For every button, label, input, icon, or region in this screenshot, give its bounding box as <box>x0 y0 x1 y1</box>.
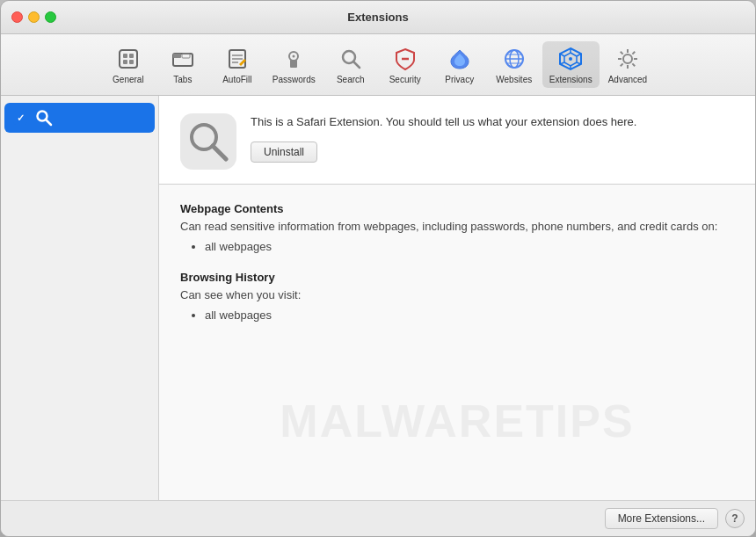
toolbar-general-label: General <box>113 75 144 84</box>
sidebar-extension-icon <box>34 108 54 127</box>
toolbar-tabs-label: Tabs <box>173 75 192 84</box>
sidebar <box>1 96 159 500</box>
main-content: This is a Safari Extension. You should t… <box>1 96 755 500</box>
svg-rect-3 <box>123 60 127 64</box>
svg-line-16 <box>353 62 360 68</box>
toolbar-privacy[interactable]: Privacy <box>433 41 486 88</box>
toolbar-advanced[interactable]: Advanced <box>601 41 654 88</box>
svg-rect-1 <box>123 54 127 58</box>
advanced-icon <box>614 45 642 73</box>
close-button[interactable] <box>11 11 23 23</box>
toolbar-extensions[interactable]: Extensions <box>542 41 600 88</box>
svg-point-14 <box>293 55 295 58</box>
svg-point-32 <box>623 54 632 63</box>
svg-line-42 <box>46 120 51 125</box>
toolbar-security[interactable]: Security <box>379 41 432 88</box>
webpage-contents-item: all webpages <box>205 240 734 253</box>
passwords-icon <box>280 45 308 73</box>
titlebar: Extensions <box>1 1 755 34</box>
general-icon <box>114 45 142 73</box>
svg-line-40 <box>621 63 623 66</box>
webpage-contents-desc: Can read sensitive information from webp… <box>180 219 734 235</box>
bottom-bar: More Extensions... ? <box>1 500 755 536</box>
tabs-icon <box>169 45 197 73</box>
toolbar-extensions-label: Extensions <box>549 75 592 84</box>
svg-point-25 <box>569 57 572 61</box>
websites-icon <box>500 45 528 73</box>
toolbar-search[interactable]: Search <box>324 41 377 88</box>
permission-group-webpage: Webpage Contents Can read sensitive info… <box>180 202 734 253</box>
extension-info: This is a Safari Extension. You should t… <box>251 113 734 163</box>
toolbar-tabs[interactable]: Tabs <box>156 41 209 88</box>
safari-preferences-window: Extensions General <box>0 0 756 537</box>
permission-group-history: Browsing History Can see when you visit:… <box>180 271 734 322</box>
svg-rect-0 <box>120 50 137 68</box>
browsing-history-item: all webpages <box>205 308 734 322</box>
extension-checkbox[interactable] <box>13 111 27 125</box>
extension-description: This is a Safari Extension. You should t… <box>251 113 734 131</box>
toolbar-passwords-label: Passwords <box>273 75 316 84</box>
autofill-icon <box>223 45 251 73</box>
svg-rect-13 <box>290 60 297 68</box>
permissions-section: Webpage Contents Can read sensitive info… <box>159 185 755 500</box>
svg-line-44 <box>213 146 226 159</box>
toolbar-autofill-label: AutoFill <box>222 75 251 84</box>
extension-header: This is a Safari Extension. You should t… <box>159 96 755 185</box>
toolbar-websites[interactable]: Websites <box>488 41 541 88</box>
detail-pane: This is a Safari Extension. You should t… <box>159 96 755 500</box>
maximize-button[interactable] <box>45 11 56 23</box>
toolbar-general[interactable]: General <box>102 41 155 88</box>
traffic-lights <box>11 11 56 23</box>
toolbar: General Tabs <box>1 34 755 96</box>
webpage-contents-title: Webpage Contents <box>180 202 734 215</box>
search-toolbar-icon <box>337 45 365 73</box>
help-button[interactable]: ? <box>725 509 745 528</box>
minimize-button[interactable] <box>28 11 40 23</box>
svg-rect-2 <box>129 54 134 58</box>
webpage-contents-list: all webpages <box>180 240 734 253</box>
svg-line-38 <box>632 63 635 66</box>
svg-rect-6 <box>173 54 181 58</box>
more-extensions-button[interactable]: More Extensions... <box>605 508 718 529</box>
toolbar-passwords[interactable]: Passwords <box>265 41 323 88</box>
uninstall-button[interactable]: Uninstall <box>251 142 317 163</box>
extension-large-icon <box>180 113 236 170</box>
browsing-history-title: Browsing History <box>180 271 734 284</box>
extensions-icon <box>556 45 585 73</box>
window-title: Extensions <box>347 11 408 24</box>
security-icon <box>391 45 419 73</box>
privacy-icon <box>446 45 474 73</box>
browsing-history-list: all webpages <box>180 308 734 322</box>
toolbar-websites-label: Websites <box>496 75 532 84</box>
svg-line-39 <box>632 52 635 54</box>
toolbar-search-label: Search <box>337 75 365 84</box>
sidebar-item-search-ext[interactable] <box>4 103 155 133</box>
toolbar-autofill[interactable]: AutoFill <box>211 41 264 88</box>
toolbar-security-label: Security <box>389 75 421 84</box>
svg-line-37 <box>621 52 623 54</box>
toolbar-privacy-label: Privacy <box>445 75 474 84</box>
browsing-history-desc: Can see when you visit: <box>180 287 734 303</box>
toolbar-advanced-label: Advanced <box>608 75 647 84</box>
svg-rect-4 <box>129 60 134 64</box>
